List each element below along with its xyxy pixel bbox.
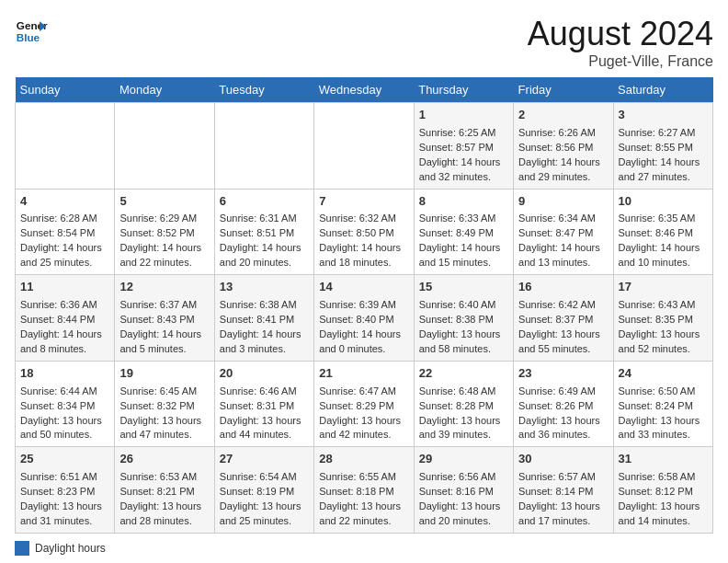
day-info: Daylight: 13 hours and 28 minutes.	[119, 500, 209, 529]
calendar-cell: 29Sunrise: 6:56 AMSunset: 8:16 PMDayligh…	[414, 447, 513, 534]
calendar-cell: 7Sunrise: 6:32 AMSunset: 8:50 PMDaylight…	[314, 189, 414, 275]
day-info: Daylight: 14 hours and 22 minutes.	[119, 241, 209, 270]
calendar-cell: 1Sunrise: 6:25 AMSunset: 8:57 PMDaylight…	[414, 103, 513, 190]
day-info: Sunrise: 6:28 AM	[20, 212, 109, 226]
day-number: 8	[419, 193, 508, 211]
day-info: Daylight: 13 hours and 36 minutes.	[518, 414, 608, 443]
day-info: Sunrise: 6:44 AM	[20, 385, 109, 399]
calendar-week-row: 11Sunrise: 6:36 AMSunset: 8:44 PMDayligh…	[16, 275, 713, 362]
day-info: Daylight: 13 hours and 52 minutes.	[619, 327, 708, 357]
day-info: Sunrise: 6:47 AM	[319, 385, 408, 399]
day-number: 1	[419, 107, 508, 124]
calendar-cell: 31Sunrise: 6:58 AMSunset: 8:12 PMDayligh…	[613, 447, 712, 534]
calendar-cell: 4Sunrise: 6:28 AMSunset: 8:54 PMDaylight…	[16, 189, 115, 275]
day-info: Daylight: 13 hours and 55 minutes.	[518, 327, 608, 357]
day-number: 10	[619, 193, 708, 211]
calendar-day-header: Tuesday	[214, 77, 313, 103]
day-info: Daylight: 13 hours and 39 minutes.	[419, 414, 508, 443]
calendar-cell: 30Sunrise: 6:57 AMSunset: 8:14 PMDayligh…	[514, 447, 613, 534]
day-info: Sunrise: 6:50 AM	[619, 385, 708, 399]
day-info: Daylight: 14 hours and 29 minutes.	[518, 155, 608, 185]
day-info: Sunrise: 6:48 AM	[419, 385, 508, 399]
day-number: 31	[619, 451, 708, 468]
day-info: Sunset: 8:23 PM	[20, 485, 109, 500]
calendar-cell: 12Sunrise: 6:37 AMSunset: 8:43 PMDayligh…	[115, 275, 214, 362]
day-info: Sunset: 8:37 PM	[518, 313, 608, 327]
calendar-cell: 15Sunrise: 6:40 AMSunset: 8:38 PMDayligh…	[414, 275, 513, 362]
day-info: Sunrise: 6:25 AM	[419, 126, 508, 141]
day-info: Sunrise: 6:57 AM	[518, 470, 608, 485]
page-header: General Blue August 2024 Puget-Ville, Fr…	[15, 15, 713, 70]
calendar-day-header: Sunday	[16, 77, 115, 103]
day-info: Daylight: 14 hours and 13 minutes.	[518, 241, 608, 270]
calendar-cell: 28Sunrise: 6:55 AMSunset: 8:18 PMDayligh…	[314, 447, 414, 534]
day-info: Daylight: 14 hours and 25 minutes.	[20, 241, 109, 270]
day-info: Sunset: 8:46 PM	[619, 226, 708, 241]
day-number: 13	[220, 279, 309, 296]
calendar-week-row: 1Sunrise: 6:25 AMSunset: 8:57 PMDaylight…	[16, 103, 713, 190]
calendar-cell: 16Sunrise: 6:42 AMSunset: 8:37 PMDayligh…	[514, 275, 613, 362]
day-number: 5	[119, 193, 209, 211]
logo-icon: General Blue	[15, 15, 48, 48]
day-info: Sunset: 8:35 PM	[619, 313, 708, 327]
location-subtitle: Puget-Ville, France	[528, 53, 713, 70]
title-block: August 2024 Puget-Ville, France	[528, 15, 713, 70]
day-number: 30	[518, 451, 608, 468]
day-number: 23	[518, 365, 608, 383]
day-number: 14	[319, 279, 408, 296]
day-info: Sunset: 8:47 PM	[518, 226, 608, 241]
calendar-cell: 20Sunrise: 6:46 AMSunset: 8:31 PMDayligh…	[214, 361, 313, 447]
day-info: Sunrise: 6:35 AM	[619, 212, 708, 226]
day-number: 16	[518, 279, 608, 296]
calendar-cell	[16, 103, 115, 190]
day-info: Sunset: 8:29 PM	[319, 399, 408, 414]
day-info: Daylight: 14 hours and 32 minutes.	[419, 155, 508, 185]
day-info: Sunrise: 6:31 AM	[220, 212, 309, 226]
day-number: 27	[220, 451, 309, 468]
calendar-header-row: SundayMondayTuesdayWednesdayThursdayFrid…	[16, 77, 713, 103]
day-info: Sunrise: 6:33 AM	[419, 212, 508, 226]
day-info: Daylight: 14 hours and 10 minutes.	[619, 241, 708, 270]
day-info: Sunset: 8:54 PM	[20, 226, 109, 241]
day-info: Sunset: 8:26 PM	[518, 399, 608, 414]
day-info: Daylight: 13 hours and 33 minutes.	[619, 414, 708, 443]
calendar-cell: 17Sunrise: 6:43 AMSunset: 8:35 PMDayligh…	[613, 275, 712, 362]
day-number: 22	[419, 365, 508, 383]
day-info: Sunrise: 6:49 AM	[518, 385, 608, 399]
calendar-cell: 2Sunrise: 6:26 AMSunset: 8:56 PMDaylight…	[514, 103, 613, 190]
day-info: Daylight: 13 hours and 44 minutes.	[220, 414, 309, 443]
day-info: Sunset: 8:50 PM	[319, 226, 408, 241]
day-number: 20	[220, 365, 309, 383]
day-info: Sunset: 8:12 PM	[619, 485, 708, 500]
calendar-cell	[115, 103, 214, 190]
day-info: Sunset: 8:18 PM	[319, 485, 408, 500]
day-info: Daylight: 13 hours and 25 minutes.	[220, 500, 309, 529]
calendar-day-header: Thursday	[414, 77, 513, 103]
day-info: Daylight: 13 hours and 47 minutes.	[119, 414, 209, 443]
day-info: Sunset: 8:28 PM	[419, 399, 508, 414]
calendar-cell: 22Sunrise: 6:48 AMSunset: 8:28 PMDayligh…	[414, 361, 513, 447]
calendar-day-header: Saturday	[613, 77, 712, 103]
day-info: Daylight: 13 hours and 50 minutes.	[20, 414, 109, 443]
calendar-cell: 10Sunrise: 6:35 AMSunset: 8:46 PMDayligh…	[613, 189, 712, 275]
day-info: Sunrise: 6:32 AM	[319, 212, 408, 226]
calendar-cell: 6Sunrise: 6:31 AMSunset: 8:51 PMDaylight…	[214, 189, 313, 275]
day-info: Sunrise: 6:38 AM	[220, 298, 309, 313]
calendar-cell: 23Sunrise: 6:49 AMSunset: 8:26 PMDayligh…	[514, 361, 613, 447]
day-info: Sunset: 8:41 PM	[220, 313, 309, 327]
calendar-cell: 19Sunrise: 6:45 AMSunset: 8:32 PMDayligh…	[115, 361, 214, 447]
day-info: Sunrise: 6:58 AM	[619, 470, 708, 485]
day-info: Daylight: 13 hours and 42 minutes.	[319, 414, 408, 443]
day-info: Sunset: 8:38 PM	[419, 313, 508, 327]
day-info: Sunrise: 6:53 AM	[119, 470, 209, 485]
calendar-cell: 24Sunrise: 6:50 AMSunset: 8:24 PMDayligh…	[613, 361, 712, 447]
day-number: 24	[619, 365, 708, 383]
day-info: Daylight: 14 hours and 27 minutes.	[619, 155, 708, 185]
day-info: Daylight: 13 hours and 14 minutes.	[619, 500, 708, 529]
day-info: Sunrise: 6:29 AM	[119, 212, 209, 226]
day-info: Daylight: 13 hours and 58 minutes.	[419, 327, 508, 357]
day-number: 11	[20, 279, 109, 296]
day-info: Sunset: 8:19 PM	[220, 485, 309, 500]
day-info: Daylight: 14 hours and 18 minutes.	[319, 241, 408, 270]
day-info: Daylight: 13 hours and 31 minutes.	[20, 500, 109, 529]
